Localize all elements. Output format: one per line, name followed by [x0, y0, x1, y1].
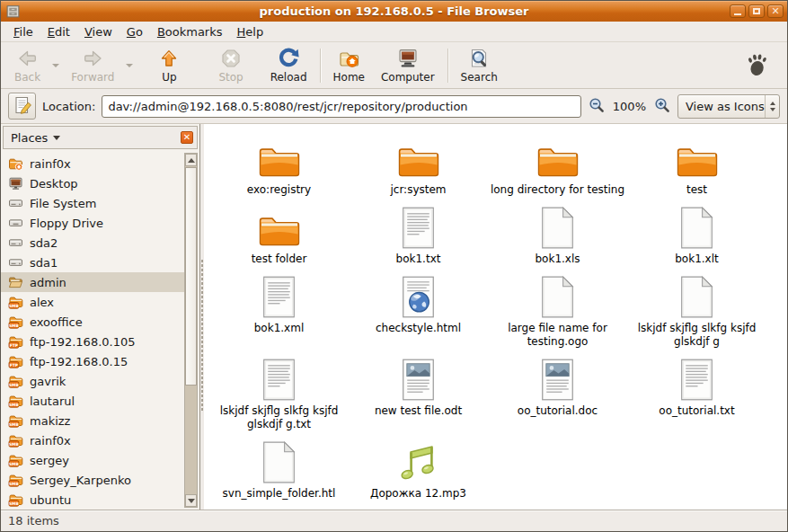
- icon-view[interactable]: exo:registry jcr:system long directory f…: [204, 124, 787, 510]
- location-input[interactable]: [102, 95, 580, 118]
- text-document-icon: [262, 273, 296, 318]
- zoom-out-icon: [589, 97, 605, 116]
- reload-button[interactable]: Reload: [262, 44, 315, 87]
- file-item[interactable]: Дорожка 12.mp3: [349, 439, 488, 501]
- home-button[interactable]: Home: [325, 44, 373, 87]
- sidebar-scrollbar[interactable]: [184, 153, 198, 508]
- svg-text:SMB: SMB: [9, 482, 20, 486]
- sidebar-item[interactable]: File System: [1, 193, 185, 213]
- sidebar-item[interactable]: SMB alex: [1, 292, 185, 312]
- search-button[interactable]: Search: [453, 44, 506, 87]
- svg-text:SMB: SMB: [9, 501, 20, 506]
- folder-icon: [676, 135, 719, 180]
- drive-icon: [8, 235, 23, 250]
- file-item[interactable]: exo:registry: [209, 135, 349, 197]
- menu-bookmarks[interactable]: Bookmarks: [150, 23, 230, 40]
- file-item[interactable]: new test file.odt: [349, 356, 488, 431]
- location-toggle-button[interactable]: [8, 93, 36, 120]
- file-item[interactable]: bok1.xml: [209, 273, 349, 349]
- smb-icon: SMB: [8, 413, 23, 428]
- sidebar-item[interactable]: SMB rainf0x: [1, 430, 185, 450]
- file-item[interactable]: checkstyle.html: [349, 273, 488, 349]
- zoom-out-button[interactable]: [588, 97, 606, 115]
- back-history-dropdown[interactable]: [49, 48, 63, 84]
- sidebar-item[interactable]: SMB gavrik: [1, 371, 185, 391]
- audio-icon: [398, 439, 439, 483]
- svg-text:SMB: SMB: [9, 403, 20, 407]
- view-mode-selector[interactable]: View as Icons: [677, 94, 780, 119]
- view-mode-spinner[interactable]: [765, 95, 779, 118]
- location-label: Location:: [42, 100, 95, 113]
- toolbar-separator: [320, 49, 321, 83]
- file-item[interactable]: oo_tutorial.txt: [627, 356, 766, 431]
- menu-help[interactable]: Help: [230, 23, 271, 40]
- ftp-icon: FTP: [8, 334, 23, 349]
- sidebar-item[interactable]: FTP ftp-192.168.0.15: [1, 351, 185, 371]
- sidebar-item[interactable]: Desktop: [1, 173, 185, 193]
- sidebar-item[interactable]: FTP ftp-192.168.0.105: [1, 332, 185, 351]
- file-item[interactable]: bok1.xls: [488, 204, 627, 266]
- file-item[interactable]: lskjdf skjflg slkfg ksjfd glskdjf g: [627, 273, 766, 349]
- menu-go[interactable]: Go: [120, 23, 150, 40]
- sidebar-item[interactable]: SMB ubuntu: [1, 490, 185, 510]
- sidebar-item[interactable]: Floppy Drive: [1, 213, 185, 233]
- sidebar-item[interactable]: rainf0x: [1, 154, 185, 173]
- smb-icon: SMB: [8, 473, 23, 487]
- close-button[interactable]: ✕: [767, 4, 784, 18]
- pane-splitter[interactable]: [200, 124, 204, 510]
- sidebar-item[interactable]: SMB Sergey_Karpenko: [1, 470, 185, 490]
- up-button[interactable]: Up: [149, 44, 189, 87]
- smb-icon: SMB: [8, 295, 23, 309]
- note-edit-icon: [13, 95, 32, 118]
- sidebar-item[interactable]: admin: [1, 272, 185, 292]
- scrollbar-thumb[interactable]: [185, 167, 197, 386]
- sidebar-item[interactable]: SMB sergey: [1, 450, 185, 470]
- back-button[interactable]: Back: [6, 44, 49, 87]
- sidebar-item[interactable]: SMB exooffice: [1, 312, 185, 332]
- computer-button[interactable]: Computer: [373, 44, 443, 87]
- file-item[interactable]: oo_tutorial.doc: [488, 356, 627, 431]
- sidebar-item[interactable]: sda2: [1, 233, 185, 253]
- file-item[interactable]: lskjdf skjflg slkfg ksjfd glskdjf g.txt: [209, 356, 349, 431]
- file-item[interactable]: test: [627, 135, 766, 197]
- stop-button[interactable]: Stop: [210, 44, 251, 87]
- zoom-in-button[interactable]: [653, 97, 671, 115]
- sidebar-item[interactable]: SMB makizz: [1, 411, 185, 430]
- toolbar: Back Forward Up Stop Reload Home Compute…: [1, 42, 787, 89]
- file-item[interactable]: jcr:system: [349, 135, 488, 197]
- open-folder-icon: [8, 275, 23, 289]
- file-item[interactable]: bok1.txt: [349, 204, 488, 266]
- search-icon: [467, 47, 491, 70]
- file-item[interactable]: bok1.xlt: [627, 204, 766, 266]
- blank-document-icon: [541, 204, 574, 249]
- statusbar: 18 items: [1, 510, 787, 531]
- scroll-up-button[interactable]: [185, 154, 197, 166]
- maximize-icon: [753, 8, 760, 14]
- stop-icon: [219, 47, 243, 70]
- titlebar[interactable]: production on 192.168.0.5 - File Browser…: [1, 1, 787, 22]
- sidebar-item[interactable]: SMB lautarul: [1, 391, 185, 411]
- drive-icon: [8, 196, 23, 210]
- places-dropdown[interactable]: Places: [11, 131, 48, 145]
- forward-history-dropdown[interactable]: [122, 48, 137, 84]
- forward-button[interactable]: Forward: [63, 44, 122, 87]
- folder-icon: [397, 135, 440, 180]
- svg-text:SMB: SMB: [9, 442, 20, 447]
- sidebar-close-button[interactable]: ✕: [181, 131, 193, 144]
- file-item[interactable]: long directory for testing: [488, 135, 627, 197]
- menu-edit[interactable]: Edit: [40, 23, 77, 40]
- file-item[interactable]: large file name for testing.ogo: [488, 273, 627, 349]
- folder-icon: [258, 135, 301, 180]
- location-bar: Location: 100% View as Icons: [1, 89, 787, 124]
- maximize-button[interactable]: [748, 4, 765, 18]
- toolbar-separator: [447, 49, 448, 83]
- minimize-button[interactable]: [730, 4, 746, 18]
- blank-document-icon: [262, 439, 296, 483]
- scroll-down-button[interactable]: [185, 494, 197, 507]
- menu-file[interactable]: File: [6, 23, 40, 40]
- menu-view[interactable]: View: [77, 23, 120, 40]
- file-item[interactable]: test folder: [209, 204, 349, 266]
- file-item[interactable]: svn_simple_folder.htl: [209, 439, 349, 501]
- sidebar-item[interactable]: sda1: [1, 253, 185, 272]
- text-document-icon: [402, 204, 435, 249]
